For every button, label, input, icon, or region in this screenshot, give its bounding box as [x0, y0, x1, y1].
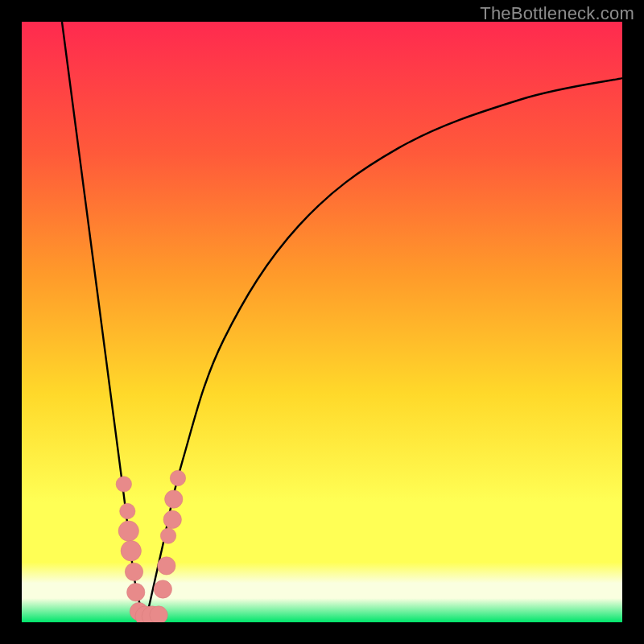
- data-point: [163, 510, 181, 528]
- data-point: [170, 470, 185, 485]
- data-point: [120, 503, 135, 518]
- data-point: [118, 521, 138, 541]
- data-point: [154, 580, 171, 598]
- plot-area: [22, 22, 622, 622]
- data-point: [160, 528, 175, 543]
- chart-frame: TheBottleneck.com: [0, 0, 644, 644]
- data-point: [125, 563, 142, 580]
- data-point: [158, 557, 175, 575]
- data-point: [116, 477, 131, 492]
- gradient-background: [22, 22, 622, 622]
- data-point: [121, 541, 141, 561]
- chart-svg: [22, 22, 622, 622]
- data-point: [127, 584, 145, 601]
- data-point: [165, 490, 183, 508]
- data-point: [150, 606, 167, 622]
